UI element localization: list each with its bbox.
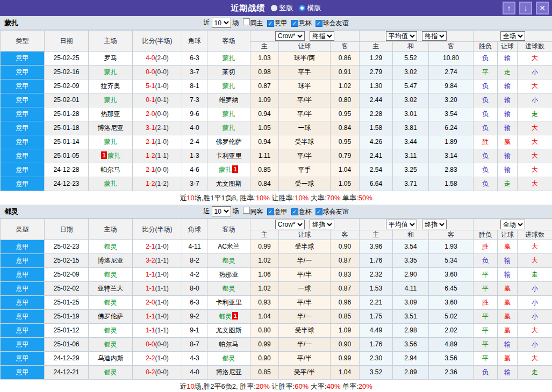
result-outcome: 负 — [474, 121, 498, 135]
filter-checkbox-label[interactable]: 同主 — [250, 19, 263, 27]
result-goals: 走 — [518, 268, 552, 282]
radio-horizontal-icon[interactable] — [299, 5, 305, 11]
average-select[interactable]: 平均值 — [386, 31, 417, 41]
corner-cell: 3-7 — [182, 177, 207, 191]
score-cell: 2-1(0-0) — [133, 163, 182, 177]
halftime-score: (0-0) — [155, 166, 169, 173]
score-cell: 1-1(1-0) — [133, 310, 182, 324]
result-goals: 大 — [518, 352, 552, 366]
date-cell: 25-02-01 — [45, 93, 89, 107]
halftime-score: (1-0) — [155, 354, 169, 362]
summary-segment: 10% — [295, 194, 309, 202]
final-odds-select-2[interactable]: 终指 — [422, 220, 447, 229]
layout-radio-horizontal[interactable]: 横版 — [299, 3, 321, 13]
results-table: 类型 日期 主场 比分(半场) 角球 客场 Crow* 终指 平均值 终指 — [0, 30, 552, 191]
date-cell: 25-02-09 — [45, 79, 89, 93]
filter-checkbox[interactable] — [243, 18, 250, 25]
final-odds-select-2[interactable]: 终指 — [422, 31, 447, 41]
close-button[interactable]: ✕ — [536, 2, 549, 14]
final-odds-select[interactable]: 终指 — [310, 220, 334, 229]
fulltime-score: 1-1 — [146, 271, 155, 278]
date-cell: 24-12-21 — [45, 366, 89, 380]
filter-checkbox-label[interactable]: 球会友谊 — [323, 19, 349, 27]
team-label: 热那亚 — [101, 110, 120, 118]
avg-home: 2.21 — [360, 296, 393, 310]
fullmatch-select[interactable]: 全场 — [500, 220, 525, 229]
odds-provider-select[interactable]: Crow* — [275, 220, 305, 229]
filter-checkbox[interactable] — [316, 20, 322, 27]
league-cell: 意甲 — [1, 93, 45, 107]
score-cell: 2-1(1-0) — [133, 240, 182, 254]
sub-header: 胜负 — [474, 42, 498, 52]
away-team-cell: 卡利亚里 — [207, 296, 250, 310]
close-icon: ✕ — [539, 4, 546, 12]
summary-segment: 让胜率: — [270, 193, 295, 203]
fulltime-score: 0-0 — [146, 68, 155, 76]
odds-handicap: 平/半 — [279, 107, 331, 121]
team-section: 都灵 近 10 场 同客意甲意杯球会友谊 类型 日期 主场 比分(半场) — [0, 205, 552, 392]
table-row: 意甲25-02-01蒙扎0-1(0-1)7-3维罗纳1.09平/半0.802.4… — [1, 93, 552, 107]
avg-away: 3.60 — [429, 296, 474, 310]
average-select[interactable]: 平均值 — [386, 220, 417, 229]
team-label: 都灵 — [104, 368, 117, 376]
sub-header: 主 — [360, 42, 393, 52]
avg-home: 2.28 — [360, 107, 393, 121]
fullmatch-group-header: 全场 — [474, 31, 552, 42]
filter-checkbox[interactable] — [243, 207, 250, 214]
odds-home: 0.94 — [250, 107, 279, 121]
away-team-cell: 蒙扎 — [207, 79, 250, 93]
col-header-type: 类型 — [1, 219, 45, 240]
move-up-button[interactable]: ↑ — [503, 2, 515, 14]
odds-away: 1.04 — [331, 163, 360, 177]
table-row: 意甲25-01-14蒙扎2-1(1-0)2-4佛罗伦萨0.94受半球0.954.… — [1, 135, 552, 149]
filter-checkbox-label[interactable]: 意甲 — [275, 208, 288, 215]
table-row: 意甲25-02-25罗马4-0(2-0)6-3蒙扎1.03球半/两0.861.2… — [1, 52, 552, 66]
match-count-select[interactable]: 10 — [212, 206, 231, 216]
halftime-score: (1-0) — [155, 82, 169, 90]
result-handicap: 输 — [498, 52, 518, 66]
filter-checkbox[interactable] — [291, 20, 298, 27]
table-row: 意甲25-01-06都灵0-0(0-0)8-7帕尔马0.99半/一0.901.7… — [1, 338, 552, 352]
odds-provider-select[interactable]: Crow* — [275, 31, 305, 41]
corner-cell: 6-3 — [182, 296, 207, 310]
home-team-cell: 蒙扎 — [89, 177, 133, 191]
date-cell: 24-12-29 — [45, 352, 89, 366]
home-team-cell: 帕尔马 — [89, 163, 133, 177]
odds-home: 1.04 — [250, 310, 279, 324]
team-label: 都灵 — [104, 271, 117, 278]
date-cell: 25-02-25 — [45, 52, 89, 66]
radio-vertical-icon[interactable] — [271, 5, 277, 11]
filter-checkbox-label[interactable]: 意甲 — [275, 19, 288, 27]
halftime-score: (0-1) — [155, 96, 169, 104]
filter-checkbox[interactable] — [267, 208, 274, 215]
match-count-select[interactable]: 10 — [212, 18, 231, 28]
final-odds-select[interactable]: 终指 — [310, 31, 334, 41]
filter-checkbox-label[interactable]: 意杯 — [299, 208, 312, 215]
league-cell: 意甲 — [1, 121, 45, 135]
odds-handicap: 半/一 — [279, 338, 331, 352]
home-team-cell: 亚特兰大 — [89, 282, 133, 296]
sub-header: 让球 — [279, 42, 331, 52]
filter-checkbox-label[interactable]: 球会友谊 — [323, 208, 349, 215]
filter-checkbox[interactable] — [316, 208, 322, 215]
avg-draw: 2.89 — [393, 366, 429, 380]
team-label: 都灵 — [104, 340, 117, 348]
fulltime-score: 3-2 — [146, 257, 155, 264]
fullmatch-select[interactable]: 全场 — [500, 31, 525, 41]
score-cell: 2-0(1-0) — [133, 296, 182, 310]
filter-checkbox[interactable] — [291, 208, 298, 215]
result-handicap: 走 — [498, 177, 518, 191]
filter-checkbox-label[interactable]: 同客 — [250, 208, 263, 215]
avg-draw: 5.47 — [393, 79, 429, 93]
layout-radio-vertical[interactable]: 竖版 — [271, 3, 293, 13]
filter-checkbox-label[interactable]: 意杯 — [299, 19, 312, 27]
team-label: 蒙扎 — [104, 138, 117, 146]
sub-header: 主 — [360, 230, 393, 240]
avg-away: 2.36 — [429, 366, 474, 380]
avg-away: 1.58 — [429, 177, 474, 191]
move-down-button[interactable]: ↓ — [519, 2, 532, 14]
filter-checkbox[interactable] — [267, 20, 274, 27]
summary-segment: 大率: — [309, 193, 326, 203]
odds-home: 1.02 — [250, 282, 279, 296]
corner-cell: 4-0 — [182, 121, 207, 135]
